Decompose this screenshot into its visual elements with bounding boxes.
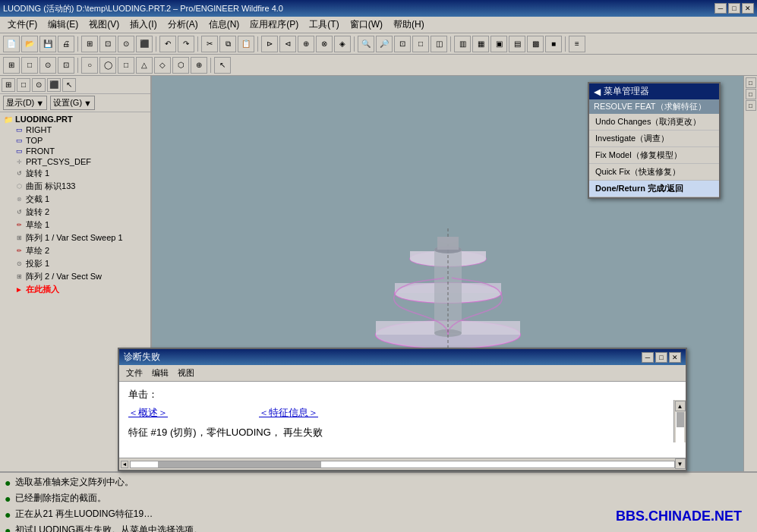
tb-r5[interactable]: ◈ (334, 36, 351, 52)
tb-d1[interactable]: ▥ (454, 36, 471, 52)
menu-file[interactable]: 文件(F) (3, 17, 42, 33)
tb-d2[interactable]: ▦ (472, 36, 489, 52)
tb-print[interactable]: 🖨 (58, 36, 74, 52)
tb2-c5[interactable]: ◇ (154, 57, 171, 74)
scroll-thumb[interactable] (677, 412, 684, 427)
display-dropdown[interactable]: 显示(D) ▼ (3, 96, 47, 110)
settings-dropdown[interactable]: 设置(G) ▼ (50, 96, 95, 110)
mm-fix-model[interactable]: Fix Model（修复模型） (589, 147, 719, 164)
feat-info-link[interactable]: ＜特征信息＞ (259, 406, 318, 420)
tree-item-csys[interactable]: ✛ PRT_CSYS_DEF (2, 156, 149, 167)
menu-tools[interactable]: 工具(T) (304, 17, 343, 33)
tb-view2[interactable]: ◫ (431, 36, 447, 52)
menu-window[interactable]: 窗口(W) (345, 17, 387, 33)
tb2-c3[interactable]: □ (118, 57, 134, 74)
tb-paste[interactable]: 📋 (238, 36, 254, 52)
tb-b2[interactable]: ⊡ (99, 36, 116, 52)
sidebar-tb3[interactable]: ⊙ (32, 78, 46, 92)
close-button[interactable]: ✕ (742, 3, 754, 14)
sidebar-tb2[interactable]: □ (17, 78, 30, 92)
tree-item-right[interactable]: ▭ RIGHT (2, 124, 149, 135)
tb-r1[interactable]: ⊳ (261, 36, 278, 52)
minimize-button[interactable]: ─ (714, 3, 727, 14)
tb-d5[interactable]: ▩ (527, 36, 544, 52)
tb2-tree[interactable]: ⊞ (3, 57, 20, 74)
tb-r2[interactable]: ⊲ (279, 36, 296, 52)
hscroll-left[interactable]: ◄ (121, 461, 128, 468)
tb2-c2[interactable]: ◯ (99, 57, 116, 74)
hscroll-thumb[interactable] (158, 461, 321, 467)
tree-item-revolve2[interactable]: ↺ 旋转 2 (2, 206, 149, 219)
tb-b1[interactable]: ⊞ (81, 36, 98, 52)
sidebar-tb1[interactable]: ⊞ (2, 78, 15, 92)
tree-item-sketch2[interactable]: ✏ 草绘 2 (2, 244, 149, 257)
diagnose-maximize[interactable]: □ (655, 352, 667, 363)
tb-undo[interactable]: ↶ (159, 36, 176, 52)
diagnose-minimize[interactable]: ─ (642, 352, 654, 363)
menu-apps[interactable]: 应用程序(P) (245, 17, 303, 33)
rt-btn2[interactable]: □ (746, 89, 756, 99)
tb-r3[interactable]: ⊕ (298, 36, 314, 52)
tb2-c1[interactable]: ○ (81, 57, 98, 74)
scroll-down-btn[interactable]: ▼ (675, 458, 686, 469)
tb-b3[interactable]: ⊙ (118, 36, 134, 52)
tree-item-revolve1[interactable]: ↺ 旋转 1 (2, 167, 149, 180)
tree-item-front[interactable]: ▭ FRONT (2, 146, 149, 156)
tb-copy[interactable]: ⧉ (219, 36, 236, 52)
menu-insert[interactable]: 插入(I) (125, 17, 161, 33)
menu-analysis[interactable]: 分析(A) (163, 17, 203, 33)
tree-item-pattern2[interactable]: ⊞ 阵列 2 / Var Sect Sw (2, 270, 149, 283)
tb-zoom-out[interactable]: 🔎 (376, 36, 393, 52)
tb-cut[interactable]: ✂ (201, 36, 218, 52)
maximize-button[interactable]: □ (728, 3, 740, 14)
tb-r4[interactable]: ⊗ (316, 36, 333, 52)
mm-undo-changes[interactable]: Undo Changes（取消更改） (589, 114, 719, 131)
diagnose-close[interactable]: ✕ (669, 352, 681, 363)
tb-redo[interactable]: ↷ (178, 36, 194, 52)
diag-menu-edit[interactable]: 编辑 (148, 367, 172, 379)
tb2-c7[interactable]: ⊕ (191, 57, 207, 74)
mm-investigate[interactable]: Investigate（调查） (589, 131, 719, 147)
tb-b4[interactable]: ⬛ (136, 36, 153, 52)
tb-fit[interactable]: ⊡ (394, 36, 411, 52)
rt-btn1[interactable]: □ (746, 77, 756, 88)
tree-item-intersect[interactable]: ⊗ 交截 1 (2, 193, 149, 206)
mm-quick-fix[interactable]: Quick Fix（快速修复） (589, 164, 719, 181)
rt-btn3[interactable]: □ (746, 100, 756, 111)
tree-item-pattern1[interactable]: ⊞ 阵列 1 / Var Sect Sweep 1 (2, 231, 149, 244)
tb2-arrow[interactable]: ↖ (214, 57, 231, 74)
menu-edit[interactable]: 编辑(E) (43, 17, 83, 33)
menu-view[interactable]: 视图(V) (84, 17, 124, 33)
menu-info[interactable]: 信息(N) (204, 17, 244, 33)
diagnose-scrollbar[interactable]: ▲ ▼ (673, 400, 686, 442)
diagnose-hscroll[interactable]: ◄ ► (119, 458, 686, 470)
tb2-b1[interactable]: □ (21, 57, 38, 74)
tb-zoom-in[interactable]: 🔍 (358, 36, 374, 52)
tree-item-sketch1[interactable]: ✏ 草绘 1 (2, 219, 149, 231)
tb-save[interactable]: 💾 (39, 36, 56, 52)
tb-open[interactable]: 📂 (21, 36, 38, 52)
tb-view1[interactable]: □ (412, 36, 429, 52)
sidebar-tb4[interactable]: ⬛ (47, 78, 61, 92)
tree-item-top[interactable]: ▭ TOP (2, 135, 149, 146)
tree-item-root[interactable]: 📁 LUODING.PRT (2, 114, 149, 124)
sidebar-tb5[interactable]: ↖ (62, 78, 76, 92)
tb2-b2[interactable]: ⊙ (39, 57, 56, 74)
tree-item-surface[interactable]: ⬡ 曲面 标识133 (2, 180, 149, 193)
tb-d3[interactable]: ▣ (490, 36, 507, 52)
tb2-b3[interactable]: ⊡ (58, 57, 74, 74)
tb2-c4[interactable]: △ (136, 57, 153, 74)
tb-d6[interactable]: ■ (545, 36, 562, 52)
overview-link[interactable]: ＜概述＞ (128, 406, 168, 420)
tb-d4[interactable]: ▤ (509, 36, 525, 52)
scroll-up-btn[interactable]: ▲ (675, 401, 686, 411)
menu-help[interactable]: 帮助(H) (389, 17, 429, 33)
diag-menu-file[interactable]: 文件 (122, 367, 147, 379)
mm-done-return[interactable]: Done/Return 完成/返回 (589, 181, 719, 197)
tb2-c6[interactable]: ⬡ (172, 57, 189, 74)
tb-more[interactable]: ≡ (569, 36, 585, 52)
tree-item-project[interactable]: ⊙ 投影 1 (2, 257, 149, 270)
tree-item-insert-here[interactable]: ► 在此插入 (2, 283, 149, 296)
diag-menu-view[interactable]: 视图 (174, 367, 198, 379)
tb-new[interactable]: 📄 (3, 36, 20, 52)
